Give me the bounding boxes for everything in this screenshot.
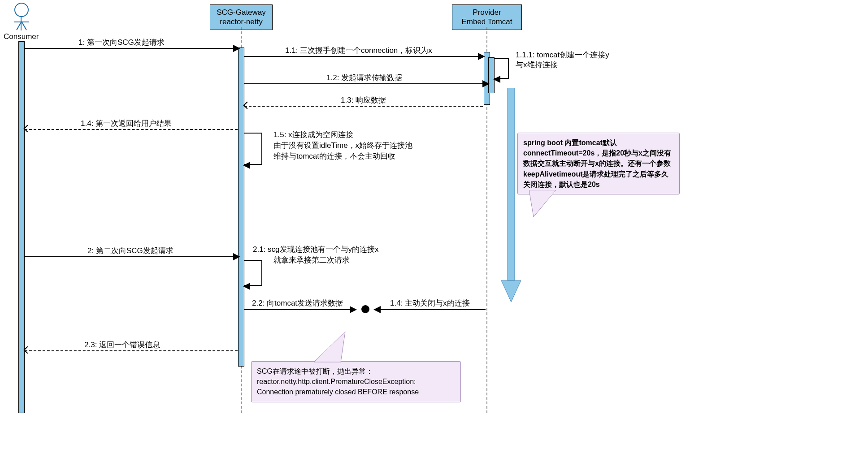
msg-2-2-line [244, 309, 352, 310]
activation-consumer [18, 41, 25, 413]
svg-marker-3 [314, 332, 345, 362]
msg-1-5-label-b: 由于没有设置idleTime，x始终存于连接池 [273, 141, 412, 151]
arrowhead-open-icon [24, 125, 31, 133]
collision-dot-icon [361, 305, 369, 313]
arrowhead-icon [233, 45, 240, 52]
note-scg: SCG在请求途中被打断，抛出异常： reactor.netty.http.cli… [251, 361, 461, 402]
msg-2-3-line [25, 350, 238, 351]
participant-provider-line2: Embed Tomcat [458, 17, 516, 26]
note-tail-icon [529, 190, 569, 221]
msg-1-1-1-label-a: 1.1.1: tomcat创建一个连接y [516, 50, 609, 60]
msg-1-2-line [244, 83, 486, 84]
arrowhead-icon [350, 306, 357, 313]
arrowhead-icon [478, 53, 485, 60]
activation-provider-2 [488, 57, 495, 93]
participant-provider: Provider Embed Tomcat [452, 4, 522, 30]
msg-1-label: 1: 第一次向SCG发起请求 [78, 38, 165, 48]
msg-2-1-label-b: 就拿来承接第二次请求 [273, 255, 350, 266]
svg-marker-0 [529, 190, 556, 217]
svg-marker-2 [501, 280, 521, 302]
arrowhead-open-icon [243, 102, 251, 109]
msg-1-4-label: 1.4: 第一次返回给用户结果 [81, 119, 172, 129]
msg-1-1-line [244, 56, 481, 57]
msg-2-3-label: 2.3: 返回一个错误信息 [84, 340, 160, 350]
msg-1-4-close-label: 1.4: 主动关闭与x的连接 [390, 298, 470, 309]
note-tomcat: spring boot 内置tomcat默认connectTimeout=20s… [517, 133, 680, 194]
arrowhead-icon [233, 253, 240, 260]
msg-1-4-line [25, 129, 238, 130]
msg-2-1-self [244, 260, 262, 286]
msg-1-2-label: 1.2: 发起请求传输数据 [326, 73, 402, 83]
participant-gateway-line2: reactor-netty [216, 17, 267, 26]
msg-1-line [25, 48, 235, 49]
msg-1-1-label: 1.1: 三次握手创建一个connection，标识为x [285, 46, 432, 56]
msg-1-5-label-c: 维持与tomcat的连接，不会主动回收 [273, 151, 395, 162]
arrowhead-icon [482, 80, 490, 87]
msg-1-3-label: 1.3: 响应数据 [341, 95, 386, 106]
arrowhead-icon [243, 283, 250, 290]
note-tail-icon [314, 332, 350, 363]
actor-body-icon [14, 17, 29, 32]
svg-rect-1 [508, 88, 515, 280]
activation-gateway [238, 47, 244, 367]
participant-gateway: SCG-Gateway reactor-netty [210, 4, 273, 30]
msg-2-line [25, 256, 235, 257]
msg-1-1-1-label-b: 与x维持连接 [516, 60, 558, 70]
msg-2-2-label: 2.2: 向tomcat发送请求数据 [252, 298, 343, 309]
msg-1-4-close-line [380, 309, 486, 310]
arrowhead-open-icon [24, 346, 31, 354]
timeline-arrow-icon [501, 88, 521, 303]
msg-1-3-line [244, 106, 483, 107]
arrowhead-icon [243, 162, 250, 169]
arrowhead-icon [373, 306, 381, 313]
actor-head-icon [14, 3, 29, 17]
participant-provider-line1: Provider [458, 8, 516, 17]
participant-gateway-line1: SCG-Gateway [216, 8, 267, 17]
arrowhead-icon [493, 76, 500, 83]
msg-2-1-label-a: 2.1: scg发现连接池有一个与y的连接x [253, 245, 379, 255]
consumer-label: Consumer [4, 32, 39, 41]
msg-1-5-label-a: 1.5: x连接成为空闲连接 [273, 130, 353, 140]
msg-1-5-self [244, 133, 262, 165]
msg-2-label: 2: 第二次向SCG发起请求 [87, 246, 174, 256]
